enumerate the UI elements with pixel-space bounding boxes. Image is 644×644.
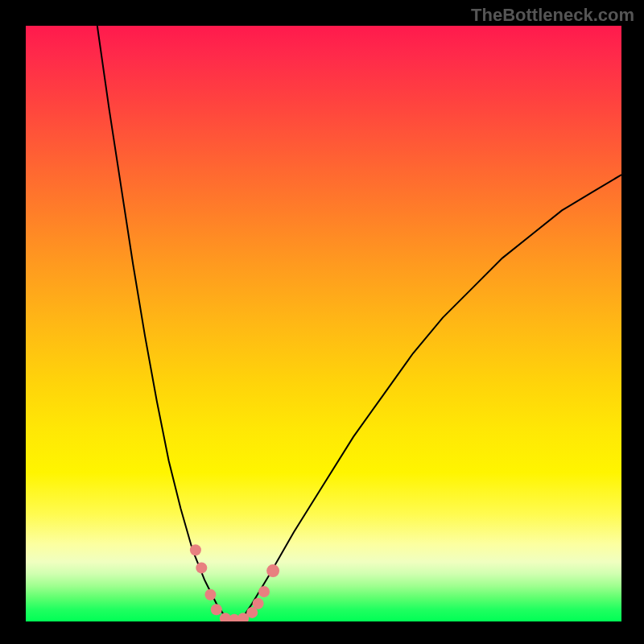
chart-svg	[26, 26, 621, 621]
marker-dot	[253, 598, 264, 609]
plot-area	[26, 26, 621, 621]
curve-left-curve	[97, 26, 229, 621]
marker-dot	[258, 586, 270, 597]
marker-dot	[266, 564, 279, 577]
watermark-text: TheBottleneck.com	[471, 5, 634, 26]
marker-dot	[190, 544, 201, 555]
marker-dot	[211, 604, 222, 615]
curve-right-curve	[240, 175, 621, 621]
marker-dot	[204, 589, 216, 601]
marker-dot	[196, 562, 207, 573]
